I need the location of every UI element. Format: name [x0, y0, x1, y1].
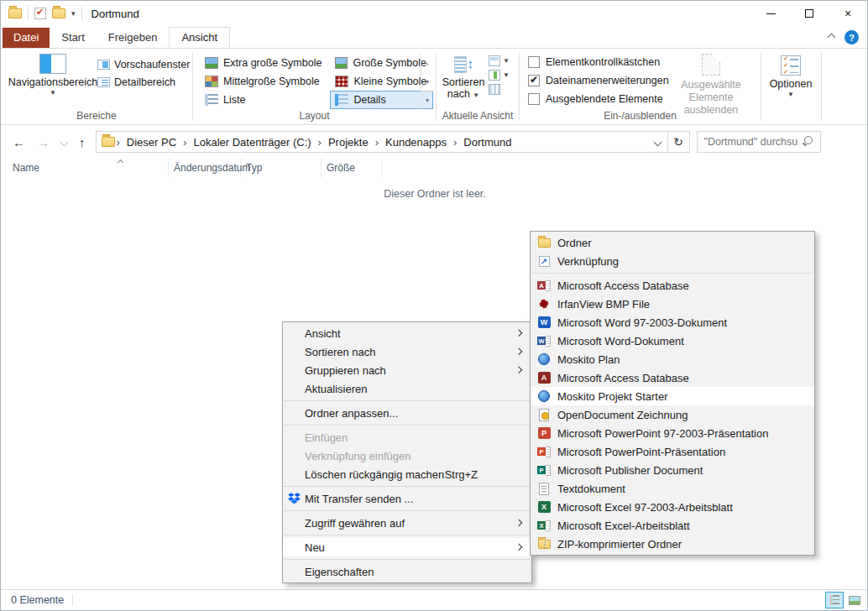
address-bar[interactable]: › Dieser PC›Lokaler Datenträger (C:)›Pro… [96, 131, 668, 153]
preview-pane-button[interactable]: Vorschaufenster [97, 59, 190, 70]
gallery-expand-icon[interactable]: ▼ [421, 91, 433, 109]
menu-item[interactable]: Ordner anpassen... [283, 404, 531, 422]
close-button[interactable]: × [829, 1, 867, 26]
gallery-scroll-up-icon[interactable]: ▲ [421, 54, 433, 72]
search-icon[interactable] [802, 134, 817, 149]
options-button[interactable]: Optionen ▼ [766, 55, 815, 98]
menu-item[interactable]: PMicrosoft PowerPoint 97-2003-Präsentati… [531, 424, 814, 442]
breadcrumb-item[interactable]: Dieser PC [122, 133, 181, 151]
gallery-scroll-down-icon[interactable]: ▼ [421, 72, 433, 91]
refresh-button[interactable]: ↻ [668, 131, 690, 153]
back-button[interactable]: ← [13, 135, 25, 149]
menu-item[interactable]: WMicrosoft Word-Dokument [531, 332, 814, 350]
menu-item-label: Microsoft Word 97-2003-Dokument [557, 316, 796, 329]
checkbox-icon[interactable] [528, 93, 540, 105]
maximize-button[interactable] [790, 1, 829, 26]
forward-button[interactable]: → [37, 135, 50, 149]
moskito-plan-icon [537, 353, 551, 366]
qat-customize-dropdown-icon[interactable]: ▾ [71, 9, 76, 18]
thumbnails-view-button[interactable] [845, 592, 864, 608]
details-pane-button[interactable]: Detailbereich [97, 76, 190, 88]
new-folder-icon[interactable] [52, 8, 65, 18]
column-header-typ[interactable]: Typ [241, 158, 322, 178]
breadcrumb-item[interactable]: Lokaler Datenträger (C:) [188, 133, 316, 151]
menu-item[interactable]: PMicrosoft PowerPoint-Präsentation [531, 442, 814, 461]
recent-locations-icon[interactable] [60, 138, 69, 146]
menu-item[interactable]: AMicrosoft Access Database [531, 368, 814, 387]
menu-item[interactable]: Eigenschaften [283, 562, 531, 581]
properties-check-icon[interactable] [34, 8, 46, 19]
tab-datei[interactable]: Datei [3, 28, 50, 48]
tab-ansicht[interactable]: Ansicht [169, 27, 230, 48]
ribbon-checkbox-row[interactable]: Elementkontrollkästchen [528, 56, 669, 68]
breadcrumb-item[interactable]: Kundenapps [380, 133, 452, 151]
column-header-name[interactable]: Name [8, 158, 169, 178]
details-view-button[interactable] [825, 592, 844, 608]
breadcrumb-separator[interactable]: › [316, 136, 323, 149]
menu-item-label: Gruppieren nach [305, 364, 513, 377]
layout-option-extra-large-icons[interactable]: Extra große Symbole [200, 54, 328, 72]
layout-option-list-view[interactable]: Liste [200, 91, 328, 109]
menu-item[interactable]: ↗Verknüpfung [531, 252, 814, 270]
address-dropdown-icon[interactable] [649, 139, 667, 145]
fit-columns-button[interactable] [489, 84, 510, 95]
layout-option-details-view[interactable]: Details [330, 91, 433, 109]
breadcrumb-item[interactable]: Projekte [323, 133, 374, 151]
menu-item[interactable]: Mit Transfer senden ... [283, 489, 531, 508]
menu-item-label: Microsoft Excel-Arbeitsblatt [557, 520, 796, 532]
column-header-änderungsdatum[interactable]: Änderungsdatum [169, 158, 241, 178]
ribbon-checkbox-row[interactable]: Ausgeblendete Elemente [528, 93, 669, 105]
hide-selected-label-1: Ausgewählte [681, 79, 741, 91]
divider [72, 594, 73, 606]
menu-item[interactable]: Sortieren nach [283, 342, 531, 361]
search-input[interactable] [698, 136, 802, 148]
breadcrumb-separator[interactable]: › [181, 136, 188, 149]
menu-item[interactable]: XMicrosoft Excel-Arbeitsblatt [531, 516, 814, 535]
layout-option-large-icons[interactable]: Große Symbole [330, 54, 433, 72]
sort-ascending-icon [118, 155, 123, 167]
layout-option-medium-icons[interactable]: Mittelgroße Symbole [200, 72, 328, 91]
navigation-pane-button[interactable]: Navigationsbereich ▼ [11, 54, 95, 97]
menu-item[interactable]: XMicrosoft Excel 97-2003-Arbeitsblatt [531, 498, 814, 516]
menu-item[interactable]: Moskito Projekt Starter [531, 387, 814, 405]
hide-selected-button[interactable]: Ausgewählte Elemente ausblenden [664, 54, 758, 117]
ribbon-group-layout: Extra große SymboleMittelgroße SymboleLi… [193, 49, 436, 124]
tab-start[interactable]: Start [50, 28, 96, 48]
menu-item[interactable]: Ansicht [283, 324, 531, 342]
layout-option-small-icons[interactable]: Kleine Symbole [330, 72, 433, 91]
menu-item[interactable]: AMicrosoft Access Database [531, 276, 814, 295]
help-icon[interactable]: ? [844, 30, 859, 44]
menu-item[interactable]: Moskito Plan [531, 350, 814, 368]
add-columns-button[interactable]: ▼ [489, 55, 510, 66]
size-columns-button[interactable]: ▼ [489, 70, 510, 81]
menu-item-icon-slot [531, 353, 557, 366]
menu-item[interactable]: Textdokument [531, 479, 814, 498]
menu-item[interactable]: WMicrosoft Word 97-2003-Dokument [531, 313, 814, 332]
breadcrumb-separator[interactable]: › [452, 136, 458, 149]
menu-item[interactable]: Neu [283, 538, 531, 556]
menu-item[interactable]: Zugriff gewähren auf [283, 514, 531, 532]
menu-item[interactable]: Gruppieren nach [283, 361, 531, 379]
menu-item[interactable]: PMicrosoft Publisher Document [531, 461, 814, 479]
menu-item[interactable]: Ordner [531, 233, 814, 252]
collapse-ribbon-icon[interactable] [828, 34, 836, 42]
menu-item-icon-slot [531, 409, 557, 421]
gallery-scrollbar: ▲ ▼ ▼ [421, 54, 433, 109]
ribbon-checkbox-row[interactable]: Dateinamenerweiterungen [528, 75, 669, 86]
menu-item[interactable]: ZIP-komprimierter Ordner [531, 535, 814, 553]
up-button[interactable]: ↑ [79, 135, 86, 149]
sort-by-button[interactable]: Sortieren nach ▼ [442, 55, 485, 101]
checkbox-icon[interactable] [528, 75, 540, 86]
menu-item[interactable]: Aktualisieren [283, 379, 531, 398]
breadcrumb-item[interactable]: Dortmund [458, 133, 516, 151]
column-header-größe[interactable]: Größe [322, 158, 382, 178]
sort-by-label: Sortieren [442, 76, 485, 88]
menu-item[interactable]: OpenDocument Zeichnung [531, 405, 814, 424]
menu-item[interactable]: IrfanView BMP File [531, 295, 814, 313]
menu-item[interactable]: Löschen rückgängig machenStrg+Z [283, 465, 531, 483]
minimize-button[interactable] [751, 1, 790, 26]
checkbox-icon[interactable] [528, 56, 540, 68]
ribbon-tab-row: Datei Start Freigeben Ansicht ? [1, 26, 867, 48]
tab-freigeben[interactable]: Freigeben [97, 28, 170, 48]
breadcrumb-separator[interactable]: › [374, 136, 380, 149]
